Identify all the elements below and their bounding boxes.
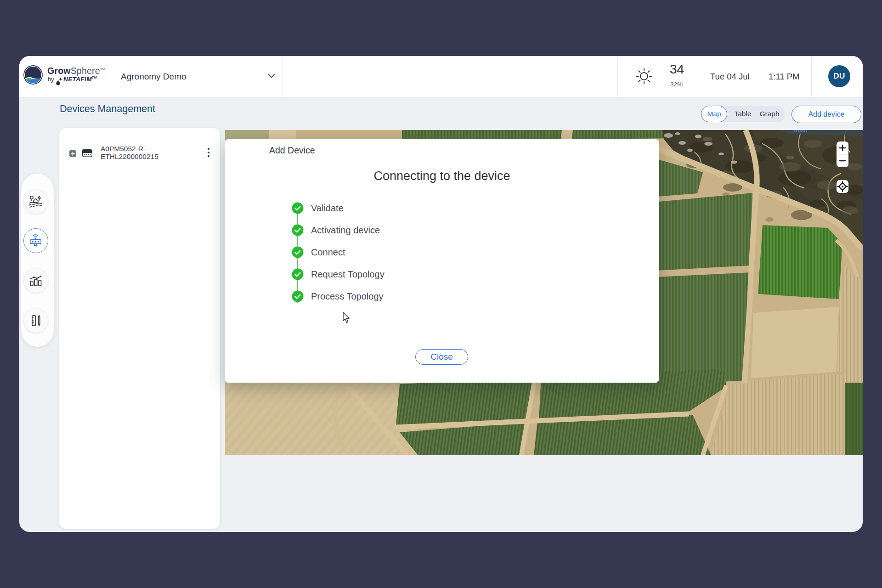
svg-text:Gush: Gush	[793, 130, 808, 134]
